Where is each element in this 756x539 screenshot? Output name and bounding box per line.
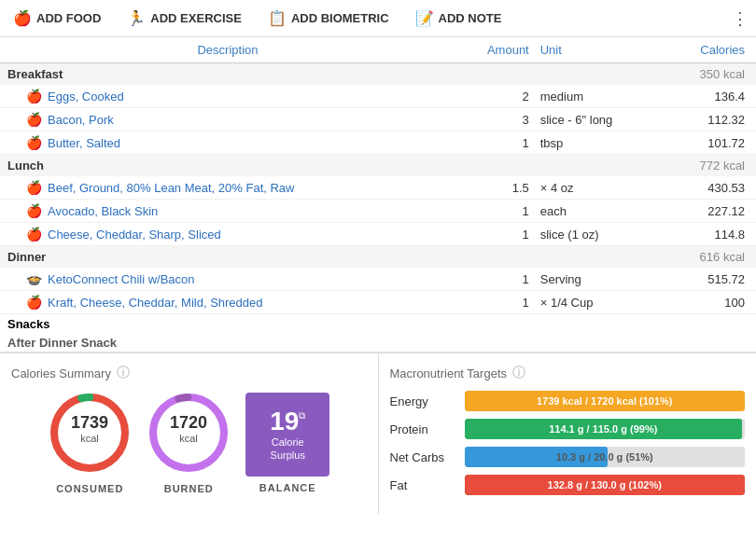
snacks-sub-label: After Dinner Snack bbox=[0, 334, 756, 352]
macro-row-fat: Fat 132.8 g / 130.0 g (102%) bbox=[390, 475, 746, 495]
food-unit: medium bbox=[537, 85, 659, 108]
balance-box-item: 19 ⧉ CalorieSurplus BALANCE bbox=[245, 393, 329, 493]
macro-bar-container: 1739 kcal / 1720 kcal (101%) bbox=[465, 391, 746, 411]
macro-info-icon[interactable]: ⓘ bbox=[512, 365, 525, 381]
food-desc[interactable]: 🍎 Cheese, Cheddar, Sharp, Sliced bbox=[0, 223, 455, 246]
section-name: Breakfast bbox=[0, 63, 658, 86]
section-kcal: 616 kcal bbox=[658, 246, 756, 269]
section-kcal: 350 kcal bbox=[658, 63, 756, 86]
food-desc[interactable]: 🍎 Kraft, Cheese, Cheddar, Mild, Shredded bbox=[0, 291, 455, 314]
food-desc[interactable]: 🍲 KetoConnect Chili w/Bacon bbox=[0, 268, 455, 291]
burned-circle: 1720 kcal BURNED bbox=[147, 391, 231, 494]
food-unit: each bbox=[537, 200, 659, 223]
section-name: Dinner bbox=[0, 246, 658, 269]
food-unit: slice - 6" long bbox=[537, 108, 659, 131]
calories-info-icon[interactable]: ⓘ bbox=[117, 365, 130, 381]
macro-name: Protein bbox=[390, 422, 457, 436]
macro-name: Energy bbox=[390, 394, 457, 408]
snacks-sub-row: After Dinner Snack bbox=[0, 334, 756, 352]
food-amount: 1 bbox=[455, 131, 537, 155]
balance-subtitle: CalorieSurplus bbox=[271, 436, 305, 461]
section-kcal: 772 kcal bbox=[658, 155, 756, 177]
more-menu-button[interactable]: ⋮ bbox=[732, 8, 749, 29]
exercise-icon: 🏃 bbox=[127, 9, 146, 27]
macro-name: Fat bbox=[390, 478, 457, 492]
macro-row-protein: Protein 114.1 g / 115.0 g (99%) bbox=[390, 419, 746, 439]
food-desc[interactable]: 🍎 Bacon, Pork bbox=[0, 108, 455, 131]
food-amount: 3 bbox=[455, 108, 537, 131]
macro-row-netcarbs: Net Carbs 10.3 g / 20.0 g (51%) bbox=[390, 447, 746, 467]
food-calories: 227.12 bbox=[658, 200, 756, 223]
circles-row: 1739 kcal CONSUMED 1720 kcal BURNED bbox=[11, 391, 367, 494]
food-desc[interactable]: 🍎 Avocado, Black Skin bbox=[0, 200, 455, 223]
svg-text:1720: 1720 bbox=[170, 413, 207, 432]
svg-text:kcal: kcal bbox=[179, 433, 198, 444]
add-food-button[interactable]: 🍎 ADD FOOD bbox=[7, 6, 106, 31]
food-row: 🍲 KetoConnect Chili w/Bacon 1 Serving 51… bbox=[0, 268, 756, 291]
macro-bar: 1739 kcal / 1720 kcal (101%) bbox=[465, 391, 746, 411]
food-desc[interactable]: 🍎 Eggs, Cooked bbox=[0, 85, 455, 108]
food-icon: 🍎 bbox=[26, 135, 42, 150]
add-biometric-label: ADD BIOMETRIC bbox=[291, 11, 389, 25]
macro-bar: 114.1 g / 115.0 g (99%) bbox=[465, 419, 742, 439]
top-nav: 🍎 ADD FOOD 🏃 ADD EXERCISE 📋 ADD BIOMETRI… bbox=[0, 0, 756, 37]
section-row: Dinner 616 kcal bbox=[0, 246, 756, 269]
food-calories: 112.32 bbox=[658, 108, 756, 131]
food-calories: 430.53 bbox=[658, 176, 756, 200]
food-unit: tbsp bbox=[537, 131, 659, 155]
macro-targets-label: Macronutrient Targets bbox=[390, 366, 508, 380]
food-unit: Serving bbox=[537, 268, 659, 291]
section-name: Lunch bbox=[0, 155, 658, 177]
food-row: 🍎 Cheese, Cheddar, Sharp, Sliced 1 slice… bbox=[0, 223, 756, 246]
food-calories: 515.72 bbox=[658, 268, 756, 291]
macro-bar: 132.8 g / 130.0 g (102%) bbox=[465, 475, 746, 495]
col-unit: Unit bbox=[537, 37, 659, 63]
svg-text:1739: 1739 bbox=[71, 413, 108, 432]
balance-value: 19 bbox=[270, 407, 299, 436]
snacks-label: Snacks bbox=[0, 314, 756, 335]
food-row: 🍎 Eggs, Cooked 2 medium 136.4 bbox=[0, 85, 756, 108]
food-calories: 136.4 bbox=[658, 85, 756, 108]
macro-bars: Energy 1739 kcal / 1720 kcal (101%) Prot… bbox=[390, 391, 746, 495]
food-amount: 1 bbox=[455, 291, 537, 314]
pot-icon: 🍲 bbox=[26, 271, 42, 286]
food-desc[interactable]: 🍎 Butter, Salted bbox=[0, 131, 455, 155]
bottom-section: Calories Summary ⓘ 1739 kcal CONSUMED bbox=[0, 352, 756, 514]
col-description: Description bbox=[0, 37, 455, 63]
macro-bar-container: 114.1 g / 115.0 g (99%) bbox=[465, 419, 746, 439]
balance-copy-icon: ⧉ bbox=[299, 410, 305, 422]
food-row: 🍎 Beef, Ground, 80% Lean Meat, 20% Fat, … bbox=[0, 176, 756, 200]
balance-label: BALANCE bbox=[245, 482, 329, 493]
col-amount: Amount bbox=[455, 37, 537, 63]
macro-bar-container: 10.3 g / 20.0 g (51%) bbox=[465, 447, 746, 467]
note-icon: 📝 bbox=[415, 9, 434, 27]
food-calories: 100 bbox=[658, 291, 756, 314]
macro-name: Net Carbs bbox=[390, 450, 457, 464]
macro-row-energy: Energy 1739 kcal / 1720 kcal (101%) bbox=[390, 391, 746, 411]
add-exercise-label: ADD EXERCISE bbox=[150, 11, 242, 25]
food-row: 🍎 Butter, Salted 1 tbsp 101.72 bbox=[0, 131, 756, 155]
food-unit: × 1/4 Cup bbox=[537, 291, 659, 314]
add-biometric-button[interactable]: 📋 ADD BIOMETRIC bbox=[262, 6, 395, 31]
add-exercise-button[interactable]: 🏃 ADD EXERCISE bbox=[121, 6, 247, 31]
add-note-button[interactable]: 📝 ADD NOTE bbox=[410, 6, 508, 31]
food-unit: slice (1 oz) bbox=[537, 223, 659, 246]
biometric-icon: 📋 bbox=[268, 9, 287, 27]
calories-summary-label: Calories Summary bbox=[11, 366, 111, 380]
food-desc[interactable]: 🍎 Beef, Ground, 80% Lean Meat, 20% Fat, … bbox=[0, 176, 455, 200]
food-amount: 1 bbox=[455, 223, 537, 246]
food-row: 🍎 Avocado, Black Skin 1 each 227.12 bbox=[0, 200, 756, 223]
burned-label: BURNED bbox=[147, 483, 231, 494]
macro-targets-title: Macronutrient Targets ⓘ bbox=[390, 365, 746, 381]
food-calories: 101.72 bbox=[658, 131, 756, 155]
add-food-label: ADD FOOD bbox=[36, 11, 101, 25]
add-note-label: ADD NOTE bbox=[439, 11, 502, 25]
calories-summary-title: Calories Summary ⓘ bbox=[11, 365, 367, 381]
macro-bar-text: 10.3 g / 20.0 g (51%) bbox=[465, 447, 746, 467]
section-row: Lunch 772 kcal bbox=[0, 155, 756, 177]
section-row: Breakfast 350 kcal bbox=[0, 63, 756, 86]
food-unit: × 4 oz bbox=[537, 176, 659, 200]
food-row: 🍎 Bacon, Pork 3 slice - 6" long 112.32 bbox=[0, 108, 756, 131]
macro-bar-container: 132.8 g / 130.0 g (102%) bbox=[465, 475, 746, 495]
col-calories: Calories bbox=[658, 37, 756, 63]
